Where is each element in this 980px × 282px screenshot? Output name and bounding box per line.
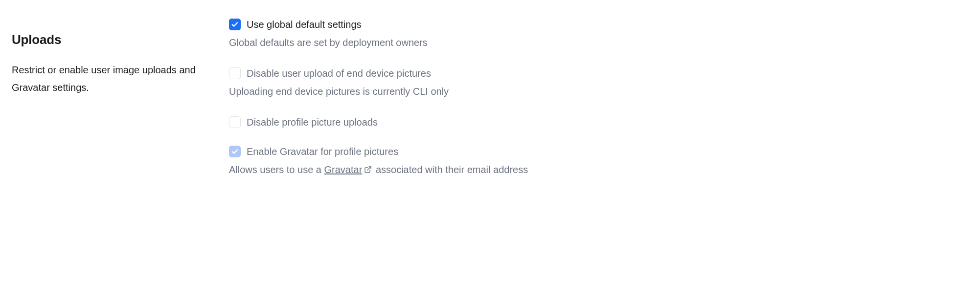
enable-gravatar-help-prefix: Allows users to use a bbox=[229, 164, 324, 175]
enable-gravatar-help-suffix: associated with their email address bbox=[373, 164, 528, 175]
disable-profile-pictures-label[interactable]: Disable profile picture uploads bbox=[247, 117, 378, 128]
enable-gravatar-checkbox[interactable] bbox=[229, 146, 241, 157]
section-title: Uploads bbox=[12, 32, 209, 47]
external-link-icon bbox=[364, 163, 372, 171]
disable-device-pictures-checkbox[interactable] bbox=[229, 67, 241, 79]
option-row: Disable profile picture uploads bbox=[229, 116, 968, 128]
option-row: Disable user upload of end device pictur… bbox=[229, 67, 968, 79]
svg-line-0 bbox=[367, 167, 371, 170]
gravatar-link[interactable]: Gravatar bbox=[324, 164, 363, 175]
section-options-column: Use global default settings Global defau… bbox=[229, 19, 968, 177]
enable-gravatar-help: Allows users to use a Gravatar associate… bbox=[229, 162, 968, 177]
disable-device-pictures-label[interactable]: Disable user upload of end device pictur… bbox=[247, 68, 431, 79]
section-description: Restrict or enable user image uploads an… bbox=[12, 61, 209, 96]
use-global-defaults-label[interactable]: Use global default settings bbox=[247, 19, 362, 30]
option-disable-profile-pictures: Disable profile picture uploads bbox=[229, 116, 968, 128]
use-global-defaults-help: Global defaults are set by deployment ow… bbox=[229, 35, 968, 50]
use-global-defaults-checkbox[interactable] bbox=[229, 19, 241, 30]
checkmark-icon bbox=[231, 148, 239, 155]
gravatar-link-text: Gravatar bbox=[324, 164, 363, 175]
option-disable-device-pictures: Disable user upload of end device pictur… bbox=[229, 67, 968, 99]
uploads-settings-section: Uploads Restrict or enable user image up… bbox=[12, 19, 968, 177]
enable-gravatar-label[interactable]: Enable Gravatar for profile pictures bbox=[247, 146, 398, 157]
checkmark-icon bbox=[231, 21, 239, 28]
option-row: Use global default settings bbox=[229, 19, 968, 30]
section-header-column: Uploads Restrict or enable user image up… bbox=[12, 19, 229, 96]
disable-device-pictures-help: Uploading end device pictures is current… bbox=[229, 84, 968, 99]
option-use-global-defaults: Use global default settings Global defau… bbox=[229, 19, 968, 50]
option-enable-gravatar: Enable Gravatar for profile pictures All… bbox=[229, 146, 968, 177]
option-row: Enable Gravatar for profile pictures bbox=[229, 146, 968, 157]
disable-profile-pictures-checkbox[interactable] bbox=[229, 116, 241, 128]
